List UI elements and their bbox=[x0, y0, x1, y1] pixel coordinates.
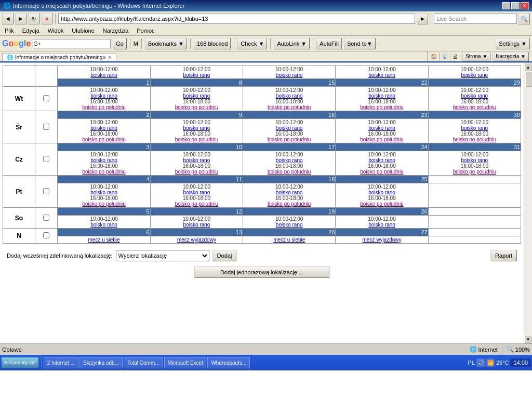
n-checkbox[interactable] bbox=[43, 232, 49, 238]
search-input[interactable] bbox=[434, 14, 517, 24]
scroll-down-button[interactable]: ▼ bbox=[524, 335, 533, 343]
menu-ulubione[interactable]: Ulubione bbox=[70, 27, 96, 34]
boisko-rano-link[interactable]: boisko rano bbox=[244, 222, 335, 228]
boisko-rano-link[interactable]: boisko rano bbox=[244, 125, 335, 131]
sendto-button[interactable]: Send to▼ bbox=[344, 38, 376, 49]
boisko-rano-link[interactable]: boisko rano bbox=[336, 157, 427, 163]
boisko-rano-link[interactable]: boisko rano bbox=[58, 125, 149, 131]
so-checkbox[interactable] bbox=[43, 215, 49, 221]
boisko-rano-link[interactable]: boisko rano bbox=[151, 190, 242, 195]
boisko-rano-link[interactable]: boisko rano bbox=[429, 125, 520, 131]
boisko-rano-link[interactable]: boisko rano bbox=[429, 72, 520, 78]
dodaj-button[interactable]: Dodaj bbox=[212, 250, 237, 261]
boisko-poludnie-link[interactable]: boisko po południu bbox=[429, 104, 520, 110]
boisko-poludnie-link[interactable]: boisko po południu bbox=[429, 137, 520, 142]
boisko-poludnie-link[interactable]: boisko po południu bbox=[58, 104, 149, 110]
boisko-poludnie-link[interactable]: boisko po południu bbox=[244, 201, 335, 207]
strona-button[interactable]: Strona ▼ bbox=[462, 52, 490, 61]
boisko-poludnie-link[interactable]: boisko po południu bbox=[58, 201, 149, 207]
taskbar-where[interactable]: Whereabouts... bbox=[207, 357, 250, 368]
autofill-button[interactable]: AutoFill bbox=[316, 38, 342, 49]
check-button[interactable]: Check ▼ bbox=[237, 38, 267, 49]
boisko-rano-link[interactable]: boisko rano bbox=[58, 222, 149, 228]
scrollbar-vertical[interactable]: ▲ ▼ bbox=[524, 63, 532, 343]
boisko-poludnie-link[interactable]: boisko po południu bbox=[151, 137, 242, 142]
go-button[interactable]: Go bbox=[113, 38, 127, 49]
boisko-rano-link[interactable]: boisko rano bbox=[58, 190, 149, 195]
mecz-wyjazdowy-link[interactable]: mecz wyjazdowy bbox=[336, 237, 427, 243]
menu-plik[interactable]: Plik bbox=[3, 27, 16, 34]
scroll-thumb[interactable] bbox=[525, 71, 531, 87]
boisko-poludnie-link[interactable]: boisko po południu bbox=[336, 201, 427, 207]
location-select[interactable]: Wybierz lokalizację bbox=[116, 250, 209, 261]
taskbar-ie-2[interactable]: Skrzynka odb... bbox=[79, 357, 123, 368]
pt-checkbox[interactable] bbox=[43, 188, 49, 194]
boisko-poludnie-link[interactable]: boisko po południu bbox=[151, 201, 242, 207]
scroll-up-button[interactable]: ▲ bbox=[524, 63, 533, 71]
google-search-input[interactable] bbox=[33, 39, 111, 48]
boisko-rano-link[interactable]: boisko rano bbox=[151, 125, 242, 131]
scroll-track[interactable] bbox=[524, 71, 532, 335]
boisko-poludnie-link[interactable]: boisko po południu bbox=[336, 169, 427, 175]
settings-button[interactable]: Settings ▼ bbox=[496, 38, 530, 49]
refresh-button[interactable]: ↻ bbox=[28, 13, 39, 24]
tray-icon-2[interactable]: 📶 bbox=[486, 358, 495, 367]
boisko-poludnie-link[interactable]: boisko po południu bbox=[151, 169, 242, 175]
boisko-rano-link[interactable]: boisko rano bbox=[151, 93, 242, 99]
taskbar-excel[interactable]: Microsoft Excel bbox=[164, 357, 207, 368]
boisko-rano-link[interactable]: boisko rano bbox=[336, 72, 427, 78]
boisko-poludnie-link[interactable]: boisko po południu bbox=[429, 169, 520, 175]
menu-widok[interactable]: Widok bbox=[46, 27, 65, 34]
narzedzia-button[interactable]: Narzędzia ▼ bbox=[493, 52, 529, 61]
browser-tab[interactable]: 🌐 Informacje o miejscach pobytu/treningu… bbox=[2, 53, 116, 61]
minimize-button[interactable]: ─ bbox=[502, 2, 510, 9]
menu-edycja[interactable]: Edycja bbox=[21, 27, 41, 34]
boisko-poludnie-link[interactable]: boisko po południu bbox=[244, 169, 335, 175]
boisko-rano-link[interactable]: boisko rano bbox=[58, 72, 149, 78]
boisko-poludnie-link[interactable]: boisko po południu bbox=[244, 104, 335, 110]
boisko-rano-link[interactable]: boisko rano bbox=[244, 72, 335, 78]
address-bar[interactable] bbox=[58, 14, 415, 24]
cz-checkbox[interactable] bbox=[43, 156, 49, 162]
boisko-rano-link[interactable]: boisko rano bbox=[336, 93, 427, 99]
wt-checkbox[interactable] bbox=[43, 95, 49, 101]
add-once-button[interactable]: Dodaj jednorazową lokalizację ... bbox=[194, 267, 329, 278]
boisko-poludnie-link[interactable]: boisko po południu bbox=[244, 137, 335, 142]
boisko-rano-link[interactable]: boisko rano bbox=[58, 157, 149, 163]
stop-button[interactable]: ✕ bbox=[41, 13, 52, 24]
mecz-u-siebie-link[interactable]: mecz u siebie bbox=[58, 237, 149, 243]
blocked-button[interactable]: 168 blocked bbox=[194, 38, 231, 49]
go-icon[interactable]: ▶ bbox=[417, 13, 428, 24]
clock[interactable]: 14:00 bbox=[510, 358, 531, 367]
tab-close-button[interactable]: ✕ bbox=[108, 55, 112, 60]
boisko-rano-link[interactable]: boisko rano bbox=[336, 190, 427, 195]
boisko-rano-link[interactable]: boisko rano bbox=[151, 157, 242, 163]
tray-icon-1[interactable]: 🔊 bbox=[476, 358, 485, 367]
close-button[interactable]: ✕ bbox=[521, 2, 529, 9]
boisko-rano-link[interactable]: boisko rano bbox=[429, 157, 520, 163]
menu-pomoc[interactable]: Pomoc bbox=[135, 27, 156, 34]
home-icon[interactable]: 🏠 bbox=[431, 54, 437, 59]
taskbar-ie-1[interactable]: 2 Internet ... bbox=[44, 357, 78, 368]
sr-checkbox[interactable] bbox=[43, 124, 49, 130]
boisko-rano-link[interactable]: boisko rano bbox=[58, 93, 149, 99]
print-icon[interactable]: 🖨 bbox=[453, 54, 458, 59]
autolink-button[interactable]: AutoLink ▼ bbox=[274, 38, 310, 49]
boisko-rano-link[interactable]: boisko rano bbox=[244, 157, 335, 163]
boisko-rano-link[interactable]: boisko rano bbox=[244, 93, 335, 99]
boisko-rano-link[interactable]: boisko rano bbox=[151, 222, 242, 228]
rss-icon[interactable]: 📡 bbox=[442, 54, 448, 59]
boisko-rano-link[interactable]: boisko rano bbox=[336, 125, 427, 131]
boisko-poludnie-link[interactable]: boisko po południu bbox=[151, 104, 242, 110]
boisko-rano-link[interactable]: boisko rano bbox=[244, 190, 335, 195]
bookmarks-button[interactable]: Bookmarks ▼ bbox=[145, 38, 187, 49]
boisko-rano-link[interactable]: boisko rano bbox=[336, 222, 427, 228]
menu-narzedzia[interactable]: Narzędzia bbox=[101, 27, 130, 34]
taskbar-tc[interactable]: Total Comm... bbox=[124, 357, 163, 368]
search-button[interactable]: 🔍 bbox=[518, 13, 530, 24]
mecz-u-siebie-link[interactable]: mecz u siebie bbox=[244, 237, 335, 243]
raport-button[interactable]: Raport bbox=[490, 250, 517, 261]
boisko-rano-link[interactable]: boisko rano bbox=[429, 93, 520, 99]
weather-widget[interactable]: ☀ Currently 26° bbox=[1, 357, 39, 368]
maximize-button[interactable]: □ bbox=[511, 2, 520, 9]
